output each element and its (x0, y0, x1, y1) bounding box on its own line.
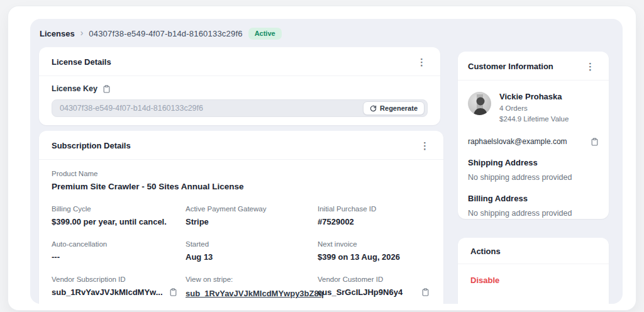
field-value: Premium Site Crawler - 50 Sites Annual L… (52, 182, 244, 191)
field-value: Stripe (186, 217, 209, 226)
copy-license-key-icon[interactable] (103, 85, 111, 93)
customer-lifetime-value: $244.9 Lifetime Value (499, 114, 569, 125)
license-key-section: License Key 04307f38-e549-4f07-b14d-8160… (39, 76, 440, 125)
field-product-name: Product Name Premium Site Crawler - 50 S… (52, 170, 431, 191)
regenerate-label: Regenerate (380, 104, 418, 112)
field-label: View on stripe: (186, 276, 318, 283)
customer-email: raphaelslovak@example.com (468, 137, 567, 146)
field-label: Active Payment Gateway (186, 205, 318, 213)
field-label: Vendor Subscription ID (52, 276, 186, 283)
copy-vendor-customer-id-icon[interactable] (421, 288, 430, 296)
disable-license-button[interactable]: Disable (470, 276, 499, 285)
stripe-subscription-link[interactable]: sub_1RvYavJVJkMIcdMYwpy3bZ8q (186, 289, 324, 298)
field-payment-gateway: Active Payment Gateway Stripe (186, 205, 318, 226)
chevron-right-icon: › (80, 28, 84, 38)
license-details-title: License Details (52, 57, 111, 67)
field-label: Initial Purchase ID (318, 205, 431, 213)
field-label: Vendor Customer ID (318, 276, 431, 283)
customer-information-header: Customer Information ⋮ (458, 52, 609, 81)
field-value: $399.00 per year, until cancel. (52, 217, 167, 226)
status-badge: Active (248, 28, 282, 40)
customer-summary: Vickie Prohaska 4 Orders $244.9 Lifetime… (499, 92, 569, 124)
subscription-details-menu-button[interactable]: ⋮ (418, 140, 432, 152)
subscription-details-header: Subscription Details ⋮ (39, 131, 443, 160)
refresh-icon (370, 105, 377, 112)
license-detail-page: Licenses › 04307f38-e549-4f07-b14d-81601… (0, 0, 644, 312)
field-view-on-stripe: View on stripe: sub_1RvYavJVJkMIcdMYwpy3… (186, 276, 318, 299)
field-billing-cycle: Billing Cycle $399.00 per year, until ca… (52, 205, 186, 226)
field-value: --- (52, 252, 60, 262)
actions-header: Actions (458, 238, 609, 264)
actions-title: Actions (470, 247, 501, 256)
field-started: Started Aug 13 (186, 240, 318, 262)
customer-information-card: Customer Information ⋮ (458, 52, 609, 219)
customer-information-menu-button[interactable]: ⋮ (583, 60, 597, 72)
field-vendor-customer-id: Vendor Customer ID cus_SrGcILJHp9N6y4 (318, 276, 431, 299)
avatar (468, 92, 491, 115)
field-label: Next invoice (318, 240, 431, 248)
field-value: $399 on 13 Aug, 2026 (318, 252, 400, 262)
subscription-fields-grid: Product Name Premium Site Crawler - 50 S… (39, 160, 443, 304)
license-key-input[interactable]: 04307f38-e549-4f07-b14d-8160133c29f6 Reg… (52, 99, 428, 117)
content-area: Licenses › 04307f38-e549-4f07-b14d-81601… (30, 19, 623, 304)
field-label: Auto-cancellation (52, 240, 186, 248)
breadcrumb-license-id: 04307f38-e549-4f07-b14d-8160133c29f6 (89, 29, 242, 38)
field-value: sub_1RvYavJVJkMIcdMYw... (52, 287, 163, 297)
actions-card: Actions Disable (458, 238, 609, 304)
field-initial-purchase-id: Initial Purchase ID #7529002 (318, 205, 431, 226)
customer-body: Vickie Prohaska 4 Orders $244.9 Lifetime… (458, 81, 609, 219)
breadcrumb-licenses-link[interactable]: Licenses (40, 29, 75, 38)
shipping-address-value: No shipping address provided (468, 173, 599, 182)
copy-vendor-subscription-id-icon[interactable] (169, 288, 177, 296)
customer-information-title: Customer Information (468, 62, 553, 71)
license-key-label: License Key (52, 84, 97, 93)
field-next-invoice: Next invoice $399 on 13 Aug, 2026 (318, 240, 431, 262)
field-label: Started (186, 240, 318, 248)
license-details-header: License Details ⋮ (39, 47, 440, 76)
billing-address-heading: Billing Address (468, 194, 599, 203)
license-details-card: License Details ⋮ License Key 04307f38-e… (39, 47, 440, 125)
customer-profile: Vickie Prohaska 4 Orders $244.9 Lifetime… (468, 92, 599, 124)
regenerate-button[interactable]: Regenerate (363, 101, 425, 115)
field-label: Product Name (52, 170, 431, 177)
copy-email-icon[interactable] (591, 138, 599, 146)
field-auto-cancellation: Auto-cancellation --- (52, 240, 186, 262)
license-details-menu-button[interactable]: ⋮ (414, 56, 429, 68)
subscription-details-title: Subscription Details (52, 141, 131, 150)
shipping-address-heading: Shipping Address (468, 158, 599, 167)
breadcrumb: Licenses › 04307f38-e549-4f07-b14d-81601… (40, 26, 282, 40)
outer-panel: Licenses › 04307f38-e549-4f07-b14d-81601… (8, 6, 636, 310)
billing-address-value: No shipping address provided (468, 209, 599, 218)
customer-email-row: raphaelslovak@example.com (468, 137, 599, 146)
field-value: cus_SrGcILJHp9N6y4 (318, 287, 402, 297)
field-vendor-subscription-id: Vendor Subscription ID sub_1RvYavJVJkMIc… (52, 276, 186, 299)
customer-orders: 4 Orders (499, 103, 569, 114)
actions-body: Disable (458, 264, 609, 296)
field-value: #7529002 (318, 217, 354, 226)
customer-name: Vickie Prohaska (499, 92, 569, 101)
subscription-details-card: Subscription Details ⋮ Product Name Prem… (39, 131, 443, 304)
field-value: Aug 13 (186, 252, 213, 262)
field-label: Billing Cycle (52, 205, 186, 213)
